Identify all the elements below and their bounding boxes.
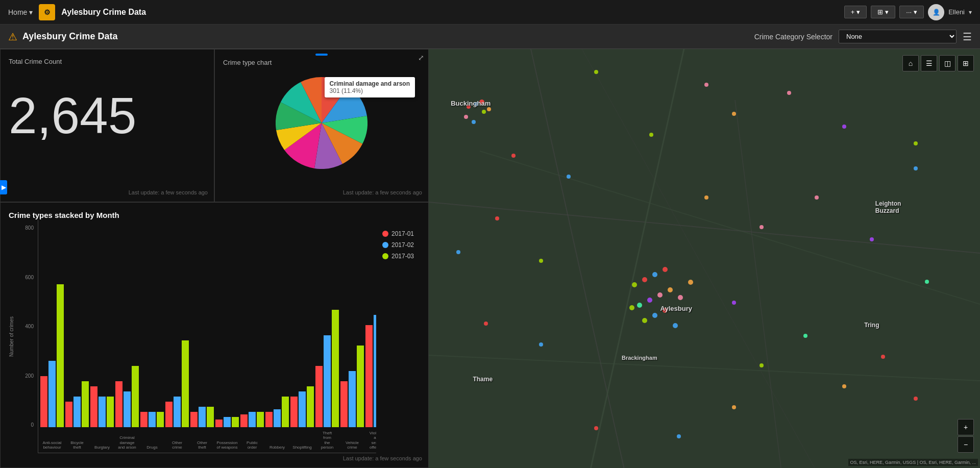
avatar-image: 👤	[933, 9, 940, 16]
menu-icon[interactable]: ☰	[963, 31, 972, 43]
pie-tooltip-value: 301 (11.4%)	[330, 87, 410, 94]
bar-group-othertheft: Othertheft	[190, 407, 214, 427]
bar-public-feb	[249, 412, 256, 427]
bar-robbery-jan	[265, 412, 273, 427]
expand-icon[interactable]: ⤢	[418, 54, 424, 62]
map-controls: ⌂ ☰ ◫ ⊞	[902, 55, 974, 71]
navbar-right: + ▾ ⊞ ▾ ··· ▾ 👤 Elleni ▾	[844, 4, 972, 20]
bar-othercrime-mar	[182, 340, 189, 427]
bar-vehicle-feb	[349, 371, 356, 427]
map-label-thame: Thame	[473, 376, 493, 383]
dot	[464, 115, 468, 119]
add-button[interactable]: + ▾	[844, 6, 867, 18]
y-axis-label: Number of crimes	[9, 316, 14, 357]
app-logo: ⚙	[39, 4, 55, 20]
home-button[interactable]: Home ▾	[8, 8, 33, 16]
bar-group-public: Publicorder	[240, 412, 264, 427]
stacked-bars-shoplifting	[290, 386, 314, 427]
dot	[632, 282, 637, 287]
legend-label-mar: 2017-03	[391, 253, 414, 260]
stacked-bars-public	[240, 412, 264, 427]
more-button[interactable]: ··· ▾	[899, 6, 924, 18]
pie-tab[interactable]	[315, 54, 328, 56]
bar-antisocial-jan	[40, 376, 47, 427]
grid-button[interactable]: ⊞ ▾	[871, 6, 895, 18]
pie-chart-label: Crime type chart	[223, 59, 272, 66]
bar-burglary-feb	[99, 397, 106, 427]
dot	[732, 405, 736, 409]
pie-chart-container: Criminal damage and arson 301 (11.4%)	[223, 67, 420, 179]
crime-category-select[interactable]: None Anti-social behaviour Bicycle theft…	[839, 30, 957, 43]
dot	[495, 216, 499, 220]
bar-criminal-mar	[132, 366, 139, 427]
map-grid-button[interactable]: ⊞	[958, 55, 974, 71]
bar-othertheft-feb	[199, 407, 206, 427]
bar-group-possession: Possessionof weapons	[215, 417, 239, 427]
dot	[842, 384, 846, 388]
bar-last-update: Last update: a few seconds ago	[343, 455, 422, 461]
bar-shoplifting-mar	[307, 386, 314, 427]
navbar: Home ▾ ⚙ Aylesbury Crime Data + ▾ ⊞ ▾ ··…	[0, 0, 980, 24]
zoom-out-button[interactable]: −	[958, 436, 974, 453]
bar-othertheft-mar	[207, 407, 214, 427]
dot	[637, 303, 642, 308]
bar-othertheft-jan	[190, 412, 198, 427]
map-label-brackingham: Brackingham	[622, 355, 657, 361]
bar-violence-feb	[374, 315, 376, 427]
map-layers-button[interactable]: ◫	[939, 55, 955, 71]
home-label: Home	[8, 8, 27, 16]
dot	[484, 322, 488, 326]
map-home-button[interactable]: ⌂	[902, 55, 919, 71]
dot	[663, 267, 668, 272]
bar-violence-jan	[365, 325, 373, 427]
user-chevron-icon: ▾	[969, 9, 972, 16]
dot	[760, 363, 764, 367]
zoom-in-button[interactable]: +	[958, 419, 974, 435]
dot	[760, 225, 764, 229]
dot	[482, 110, 486, 114]
y-axis-label-container: Number of crimes	[9, 220, 16, 453]
bar-public-mar	[257, 412, 264, 427]
dot	[652, 313, 657, 318]
dot	[914, 141, 918, 145]
total-crime-value: 2,645	[9, 90, 206, 141]
dot	[657, 292, 663, 298]
y-400: 400	[17, 324, 34, 329]
legend-dot-jan	[382, 231, 388, 237]
dot	[594, 426, 598, 430]
stacked-bars-drugs	[140, 412, 164, 427]
legend-label-feb: 2017-02	[391, 241, 414, 249]
bar-group-drugs: Drugs	[140, 412, 164, 427]
dot	[539, 342, 543, 347]
bar-possession-jan	[215, 420, 223, 427]
bar-criminal-jan	[115, 381, 122, 427]
y-0: 0	[17, 422, 34, 428]
subheader: ⚠ Aylesbury Crime Data Crime Category Se…	[0, 24, 980, 49]
bar-drugs-feb	[149, 412, 156, 427]
bar-shoplifting-feb	[299, 391, 306, 427]
dot	[732, 301, 736, 305]
map-zoom-controls: + −	[958, 419, 974, 453]
stacked-bars-othertheft	[190, 407, 214, 427]
bar-theftperson-feb	[324, 335, 331, 427]
avatar[interactable]: 👤	[928, 4, 944, 20]
svg-rect-0	[429, 49, 980, 468]
collapse-button[interactable]: ▶	[0, 180, 7, 194]
bar-group-burglary: Burglary	[90, 386, 114, 427]
plus-icon: +	[851, 8, 855, 16]
dot	[842, 125, 846, 129]
stacked-bars-robbery	[265, 397, 289, 427]
dot	[678, 295, 683, 300]
left-panel: ▶ Total Crime Count 2,645 Last update: a…	[0, 49, 429, 468]
pie-chart-widget: Crime type chart ⤢	[214, 49, 429, 202]
bar-group-theftperson: Theftfromtheperson	[315, 310, 339, 427]
app-title: Aylesbury Crime Data	[61, 8, 146, 17]
bar-group-antisocial: Anti-socialbehaviour	[40, 284, 64, 427]
navbar-left: Home ▾ ⚙ Aylesbury Crime Data	[8, 4, 146, 20]
map-list-button[interactable]: ☰	[921, 55, 937, 71]
dot	[487, 107, 491, 111]
stacked-bars-criminal	[115, 366, 139, 427]
main-content: ▶ Total Crime Count 2,645 Last update: a…	[0, 49, 980, 468]
bar-chart-title: Crime types stacked by Month	[9, 211, 119, 219]
bar-robbery-feb	[274, 409, 281, 427]
